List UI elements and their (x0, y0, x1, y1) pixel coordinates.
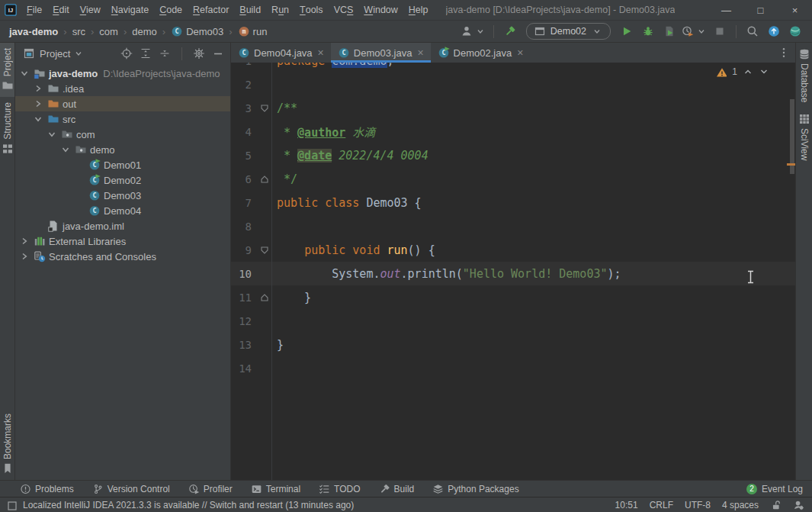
tab-demo03-java[interactable]: CDemo03.java× (331, 43, 431, 63)
tool-profiler[interactable]: Profiler (188, 483, 233, 494)
code-line-10[interactable]: 10 System.out.println("Hello World! Demo… (231, 262, 795, 285)
code-line-3[interactable]: 3/** (231, 96, 795, 120)
tool-todo[interactable]: TODO (319, 483, 360, 494)
status-indent-config[interactable]: 4 spaces (722, 500, 759, 510)
collapse-all-button[interactable] (159, 47, 171, 60)
menu-vcs[interactable]: VCS (329, 0, 359, 20)
gutter-line-number[interactable]: 9 (231, 244, 252, 256)
tree-item-demo02[interactable]: CDemo02 (15, 172, 230, 188)
menu-code[interactable]: Code (154, 0, 188, 20)
project-panel-title[interactable]: Project (40, 48, 70, 60)
menu-file[interactable]: File (21, 0, 47, 20)
fold-marker-icon[interactable] (260, 293, 269, 302)
gutter-line-number[interactable]: 6 (231, 173, 252, 185)
breadcrumb-java-demo[interactable]: java-demo (9, 26, 58, 37)
code-line-11[interactable]: 11 } (231, 285, 795, 309)
gutter-line-number[interactable]: 10 (231, 268, 252, 280)
code-editor[interactable]: 1package com.demo;23/**4 * @author 水滴5 *… (231, 63, 795, 480)
gutter-line-number[interactable]: 11 (231, 291, 252, 304)
code-line-12[interactable]: 12 (231, 309, 795, 333)
breadcrumb-demo[interactable]: demo (132, 26, 157, 37)
stripe-button-project[interactable]: Project (0, 43, 14, 97)
breadcrumb-com[interactable]: com (99, 26, 118, 37)
code-line-2[interactable]: 2 (231, 72, 795, 96)
gutter-line-number[interactable]: 2 (231, 79, 252, 91)
tree-item-scratches-and-consoles[interactable]: Scratches and Consoles (15, 249, 230, 264)
tab-close-icon[interactable]: × (417, 47, 423, 58)
search-everywhere-button[interactable] (743, 23, 762, 40)
update-available-button[interactable] (765, 23, 783, 40)
gutter-line-number[interactable]: 8 (231, 221, 252, 233)
menu-run[interactable]: Run (266, 0, 294, 20)
next-warning-icon[interactable] (759, 66, 769, 77)
close-button[interactable]: × (778, 0, 812, 20)
tab-demo02-java[interactable]: CDemo02.java× (431, 43, 531, 63)
menu-refactor[interactable]: Refactor (188, 0, 234, 20)
code-line-1[interactable]: 1package com.demo; (231, 63, 795, 72)
tree-item-demo01[interactable]: CDemo01 (15, 157, 230, 172)
expand-all-button[interactable] (140, 47, 152, 60)
gutter-line-number[interactable]: 4 (231, 126, 252, 138)
menu-view[interactable]: View (75, 0, 106, 20)
status-encoding[interactable]: UTF-8 (685, 500, 711, 510)
chevron-down-icon[interactable] (75, 50, 82, 57)
settings-button[interactable] (193, 47, 205, 60)
gutter-line-number[interactable]: 5 (231, 150, 252, 162)
code-line-6[interactable]: 6 */ (231, 167, 795, 191)
tool-terminal[interactable]: Terminal (251, 483, 300, 494)
tree-item-com[interactable]: com (15, 127, 230, 142)
tool-version-control[interactable]: Version Control (92, 483, 170, 494)
gutter-line-number[interactable]: 13 (231, 339, 252, 351)
menu-window[interactable]: Window (358, 0, 403, 20)
tab-demo04-java[interactable]: CDemo04.java× (231, 43, 331, 63)
debug-button[interactable] (639, 23, 657, 40)
stripe-button-structure[interactable]: Structure (0, 97, 14, 160)
profiler-button[interactable] (682, 23, 708, 40)
minimize-button[interactable]: — (709, 0, 743, 20)
gutter-line-number[interactable]: 7 (231, 197, 252, 209)
code-line-4[interactable]: 4 * @author 水滴 (231, 120, 795, 143)
hide-panel-button[interactable] (212, 47, 224, 60)
tab-options-button[interactable] (778, 43, 795, 63)
user-dropdown[interactable] (461, 23, 486, 40)
gutter-line-number[interactable]: 14 (231, 362, 252, 375)
stop-button[interactable] (711, 23, 729, 40)
code-line-5[interactable]: 5 * @date 2022/4/4 0004 (231, 143, 795, 167)
tool-problems[interactable]: Problems (20, 483, 74, 494)
code-line-14[interactable]: 14 (231, 356, 795, 380)
code-line-9[interactable]: 9 public void run() { (231, 238, 795, 262)
inspections-widget[interactable]: 1 (716, 66, 769, 77)
build-project-button[interactable] (501, 23, 519, 40)
gutter-line-number[interactable]: 12 (231, 315, 252, 327)
error-stripe-mark[interactable] (787, 163, 795, 166)
menu-help[interactable]: Help (403, 0, 434, 20)
tree-item-demo03[interactable]: CDemo03 (15, 188, 230, 203)
menu-build[interactable]: Build (234, 0, 266, 20)
fold-marker-icon[interactable] (260, 104, 269, 113)
gutter-line-number[interactable]: 1 (231, 63, 252, 67)
status-clock[interactable]: 10:51 (615, 500, 638, 510)
stripe-button-sciview[interactable]: SciView (796, 108, 812, 166)
run-config-combo[interactable]: Demo02 (526, 23, 611, 40)
status-message[interactable]: Localized IntelliJ IDEA 2021.3.3 is avai… (23, 500, 354, 510)
menu-navigate[interactable]: Navigate (106, 0, 154, 20)
tree-item-demo[interactable]: demo (15, 142, 230, 157)
breadcrumb-src[interactable]: src (72, 26, 85, 37)
tree-item-java-demo-iml[interactable]: java-demo.iml (15, 218, 230, 233)
breadcrumb-demo03[interactable]: CDemo03 (171, 25, 223, 37)
run-button[interactable] (618, 23, 636, 40)
highlighting-level-icon[interactable] (793, 499, 804, 510)
tool-event-log[interactable]: 2 Event Log (746, 484, 803, 494)
select-opened-file-button[interactable] (120, 47, 133, 60)
tree-item-src[interactable]: src (15, 111, 230, 127)
code-line-13[interactable]: 13} (231, 333, 795, 356)
unlock-icon[interactable] (770, 499, 782, 510)
status-line-separator[interactable]: CRLF (650, 500, 673, 510)
maximize-button[interactable]: □ (743, 0, 778, 20)
fold-marker-icon[interactable] (260, 175, 269, 184)
tree-item-external-libraries[interactable]: External Libraries (15, 233, 230, 249)
breadcrumb-run[interactable]: mrun (238, 25, 268, 37)
code-line-8[interactable]: 8 (231, 214, 795, 238)
tab-close-icon[interactable]: × (517, 47, 523, 58)
tool-python-packages[interactable]: Python Packages (432, 483, 518, 494)
